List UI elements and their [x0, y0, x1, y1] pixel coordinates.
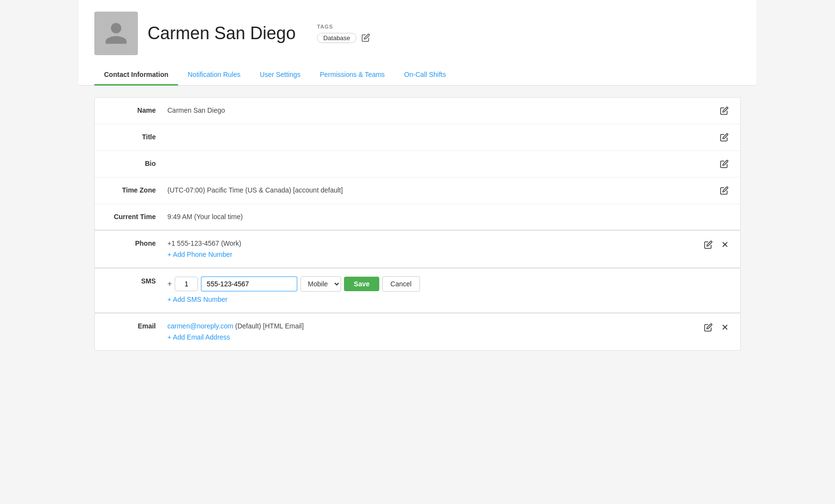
add-email-button[interactable]: + Add Email Address — [167, 333, 230, 341]
sms-number-input[interactable] — [201, 276, 298, 292]
add-sms-button[interactable]: + Add SMS Number — [167, 296, 227, 303]
sms-cancel-button[interactable]: Cancel — [382, 276, 420, 292]
sms-label: SMS — [104, 276, 167, 285]
tags-section: TAGS Database — [317, 24, 371, 43]
timezone-value: (UTC-07:00) Pacific Time (US & Canada) [… — [167, 185, 708, 195]
bio-label: Bio — [104, 159, 167, 167]
tags-label: TAGS — [317, 24, 371, 30]
email-suffix: (Default) [HTML Email] — [235, 322, 304, 330]
bio-row: Bio — [95, 151, 740, 178]
content-area: Name Carmen San Diego Title — [79, 86, 756, 424]
phone-actions: ✕ — [692, 238, 731, 251]
edit-title-button[interactable] — [718, 132, 731, 143]
phone-value-area: +1 555-123-4567 (Work) + Add Phone Numbe… — [167, 238, 692, 260]
phone-label: Phone — [104, 238, 167, 247]
name-actions — [708, 105, 731, 116]
tab-oncall-shifts[interactable]: On-Call Shifts — [394, 65, 455, 86]
title-label: Title — [104, 132, 167, 141]
timezone-label: Time Zone — [104, 185, 167, 194]
sms-form: + Mobile Home Work Save Cancel — [167, 276, 731, 292]
sms-plus-sign: + — [167, 278, 172, 290]
phone-number: +1 555-123-4567 (Work) — [167, 238, 692, 249]
avatar — [94, 12, 138, 55]
email-row: Email carmen@noreply.com (Default) [HTML… — [95, 313, 740, 350]
title-actions — [708, 132, 731, 143]
current-time-value: 9:49 AM (Your local time) — [167, 212, 731, 222]
edit-phone-button[interactable] — [702, 239, 715, 250]
sms-type-select[interactable]: Mobile Home Work — [300, 276, 341, 292]
sms-country-code-input[interactable] — [175, 277, 198, 291]
tabs-nav: Contact Information Notification Rules U… — [79, 65, 756, 86]
tab-permissions-teams[interactable]: Permissions & Teams — [310, 65, 394, 86]
sms-value-area: + Mobile Home Work Save Cancel + Add SMS… — [167, 276, 731, 305]
email-actions: ✕ — [692, 321, 731, 334]
profile-name: Carmen San Diego — [148, 23, 296, 44]
tab-notification-rules[interactable]: Notification Rules — [178, 65, 250, 86]
delete-phone-button[interactable]: ✕ — [719, 238, 731, 251]
delete-email-button[interactable]: ✕ — [719, 321, 731, 334]
phone-row: Phone +1 555-123-4567 (Work) + Add Phone… — [95, 231, 740, 268]
tag-badge: Database — [317, 33, 357, 43]
email-address: carmen@noreply.com — [167, 322, 233, 330]
sms-row: SMS + Mobile Home Work Save Cancel — [95, 268, 740, 313]
timezone-row: Time Zone (UTC-07:00) Pacific Time (US &… — [95, 178, 740, 204]
name-label: Name — [104, 105, 167, 114]
title-row: Title — [95, 124, 740, 151]
name-value: Carmen San Diego — [167, 105, 708, 116]
edit-tags-button[interactable] — [360, 32, 371, 43]
tags-row: Database — [317, 32, 371, 43]
tab-contact-information[interactable]: Contact Information — [94, 65, 178, 86]
current-time-label: Current Time — [104, 212, 167, 221]
edit-email-button[interactable] — [702, 322, 715, 333]
timezone-actions — [708, 185, 731, 196]
bio-actions — [708, 159, 731, 169]
edit-bio-button[interactable] — [718, 159, 731, 169]
name-row: Name Carmen San Diego — [95, 98, 740, 124]
email-entry: carmen@noreply.com (Default) [HTML Email… — [167, 321, 692, 331]
email-label: Email — [104, 321, 167, 330]
sms-save-button[interactable]: Save — [344, 277, 379, 291]
profile-header: Carmen San Diego TAGS Database — [79, 0, 756, 65]
add-phone-button[interactable]: + Add Phone Number — [167, 251, 232, 258]
email-value-area: carmen@noreply.com (Default) [HTML Email… — [167, 321, 692, 342]
edit-name-button[interactable] — [718, 105, 731, 116]
edit-timezone-button[interactable] — [718, 185, 731, 196]
tab-user-settings[interactable]: User Settings — [250, 65, 310, 86]
contact-info-card: Name Carmen San Diego Title — [94, 97, 741, 351]
current-time-row: Current Time 9:49 AM (Your local time) — [95, 204, 740, 231]
